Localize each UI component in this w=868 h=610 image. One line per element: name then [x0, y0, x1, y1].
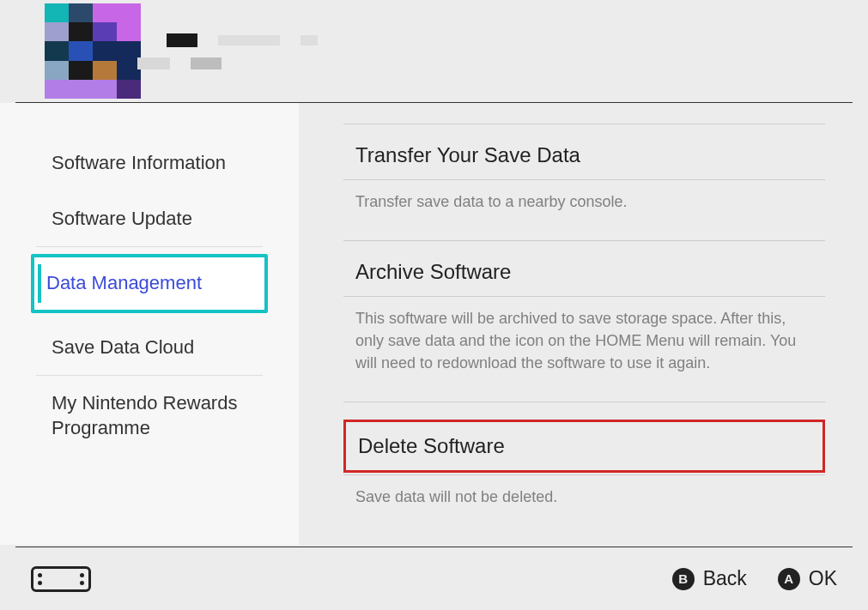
footer-actions: B Back A OK: [672, 567, 837, 590]
title-area: [167, 33, 318, 69]
option-title: Archive Software: [343, 258, 825, 296]
title-block: [300, 35, 318, 45]
ok-action[interactable]: A OK: [778, 567, 837, 590]
sidebar-item-data-management[interactable]: Data Management: [31, 254, 268, 313]
option-description: Save data will not be deleted.: [343, 474, 825, 532]
sidebar: Software Information Software Update Dat…: [0, 103, 299, 545]
footer: B Back A OK: [15, 547, 853, 610]
title-block: [167, 33, 197, 47]
title-block: [191, 57, 222, 69]
sidebar-item-software-update[interactable]: Software Update: [0, 191, 299, 247]
sidebar-divider: [36, 246, 263, 247]
title-block: [137, 57, 170, 69]
header: [15, 0, 853, 103]
option-delete-software[interactable]: Delete Software Save data will not be de…: [343, 402, 825, 535]
content: Software Information Software Update Dat…: [0, 103, 868, 545]
sidebar-item-software-information[interactable]: Software Information: [0, 136, 299, 191]
title-block: [218, 35, 280, 45]
option-description: This software will be archived to save s…: [343, 296, 825, 398]
controller-icon[interactable]: [31, 566, 91, 592]
option-title: Transfer Your Save Data: [343, 142, 825, 179]
back-label: Back: [703, 567, 747, 590]
game-icon: [45, 3, 141, 100]
b-button-icon: B: [672, 568, 695, 590]
a-button-icon: A: [778, 568, 800, 590]
option-archive-software[interactable]: Archive Software This software will be a…: [343, 240, 825, 402]
option-title: Delete Software: [343, 420, 825, 473]
main-panel: Transfer Your Save Data Transfer save da…: [299, 103, 868, 545]
sidebar-item-my-nintendo-rewards[interactable]: My Nintendo Rewards Programme: [0, 376, 299, 456]
option-transfer-save-data[interactable]: Transfer Your Save Data Transfer save da…: [343, 124, 825, 240]
ok-label: OK: [809, 567, 837, 590]
back-action[interactable]: B Back: [672, 567, 747, 590]
sidebar-item-save-data-cloud[interactable]: Save Data Cloud: [0, 320, 299, 376]
option-description: Transfer save data to a nearby console.: [343, 179, 825, 237]
